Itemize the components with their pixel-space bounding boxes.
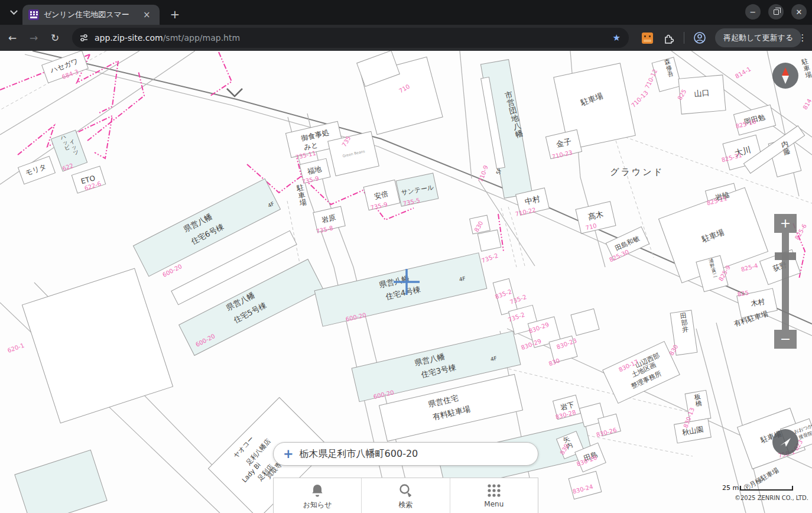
map-copyright: ©2025 ZENRIN CO., LTD. [735, 495, 808, 501]
url-host: app.zip-site.com [95, 33, 163, 43]
browser-toolbar: ← → ↻ app.zip-site.com/smt/app/map.htm ★… [0, 25, 812, 51]
map-label: 山口 [694, 88, 710, 98]
map-label: 710-22 [515, 206, 537, 217]
search-query-text[interactable]: 栃木県足利市八幡町600-20 [300, 448, 418, 460]
bell-icon [310, 483, 325, 498]
search-button[interactable]: 検索 [361, 478, 449, 513]
menu-button[interactable]: Menu [450, 478, 538, 513]
map-label: 735-2 [480, 252, 499, 264]
extension-orange-icon[interactable] [642, 33, 653, 44]
browser-menu-icon[interactable]: ⋮ [797, 30, 808, 46]
zoom-slider-handle[interactable] [775, 252, 796, 260]
forward-button: → [25, 29, 43, 47]
restore-icon [774, 9, 779, 15]
window-restore-button[interactable] [768, 4, 784, 20]
map-label: 830 [548, 357, 561, 367]
map-label: 駐車場 [800, 57, 812, 80]
map-label: 710-9 [478, 164, 489, 183]
tab-title: ゼンリン住宅地図スマー [44, 9, 142, 20]
browser-tab-strip: ゼンリン住宅地図スマー × + − ✕ [0, 0, 812, 25]
road-chevron-icon [227, 89, 242, 96]
url-path: /smt/app/map.htm [163, 33, 240, 43]
map-label: 814-1 [734, 66, 752, 80]
zoom-in-button[interactable]: + [774, 214, 797, 233]
map-road [501, 208, 517, 267]
bottom-toolbar: お知らせ 検索 Menu [273, 478, 538, 513]
bookmark-star-icon[interactable]: ★ [613, 33, 621, 43]
back-button[interactable]: ← [4, 29, 21, 47]
toolbar-separator [684, 32, 684, 44]
browser-tab-active[interactable]: ゼンリン住宅地図スマー × [22, 5, 160, 25]
restart-update-button[interactable]: 再起動して更新する [715, 28, 801, 47]
tab-search-button[interactable] [5, 4, 22, 21]
notifications-label: お知らせ [303, 500, 332, 510]
grid-dots-icon [486, 483, 502, 498]
map-building [478, 230, 501, 251]
map-building [15, 450, 107, 513]
menu-label: Menu [484, 500, 504, 508]
address-bar[interactable]: app.zip-site.com/smt/app/map.htm ★ [72, 28, 629, 48]
site-info-icon[interactable] [79, 33, 89, 43]
reload-button[interactable]: ↻ [46, 29, 64, 47]
notifications-button[interactable]: お知らせ [274, 478, 361, 513]
tab-close-icon[interactable]: × [143, 9, 151, 20]
map-search-bar[interactable]: + 栃木県足利市八幡町600-20 [273, 442, 538, 466]
search-label: 検索 [398, 500, 413, 510]
chevron-down-icon [10, 7, 18, 15]
compass-needle-icon [781, 67, 790, 85]
scale-bar [740, 486, 793, 491]
url-text[interactable]: app.zip-site.com/smt/app/map.htm [95, 33, 240, 43]
map-building [22, 268, 173, 423]
zoom-slider-track[interactable] [782, 233, 789, 330]
map-road [460, 51, 472, 178]
zenrin-favicon-icon [28, 9, 39, 20]
map-label: 814 [801, 98, 812, 111]
map-label: 620-1 [7, 342, 25, 354]
new-tab-button[interactable]: + [167, 6, 183, 22]
map-label: 825-4 [740, 262, 759, 273]
map-label: グラウンド [610, 167, 664, 177]
scale-label: 25 m [722, 484, 739, 492]
magnifier-icon [398, 483, 413, 498]
window-minimize-button[interactable]: − [745, 4, 761, 20]
compass-button[interactable] [772, 63, 798, 89]
extensions-puzzle-icon[interactable] [663, 33, 674, 44]
map-label: 駐車場 [296, 183, 307, 207]
zoom-out-button[interactable]: − [774, 330, 797, 349]
location-arrow-icon [778, 434, 793, 450]
profile-icon[interactable] [693, 31, 706, 44]
window-close-button[interactable]: ✕ [791, 4, 807, 20]
add-icon: + [283, 447, 294, 461]
map-building [571, 309, 599, 335]
map-label: 710-13 [630, 89, 649, 109]
my-location-button[interactable] [772, 429, 798, 455]
